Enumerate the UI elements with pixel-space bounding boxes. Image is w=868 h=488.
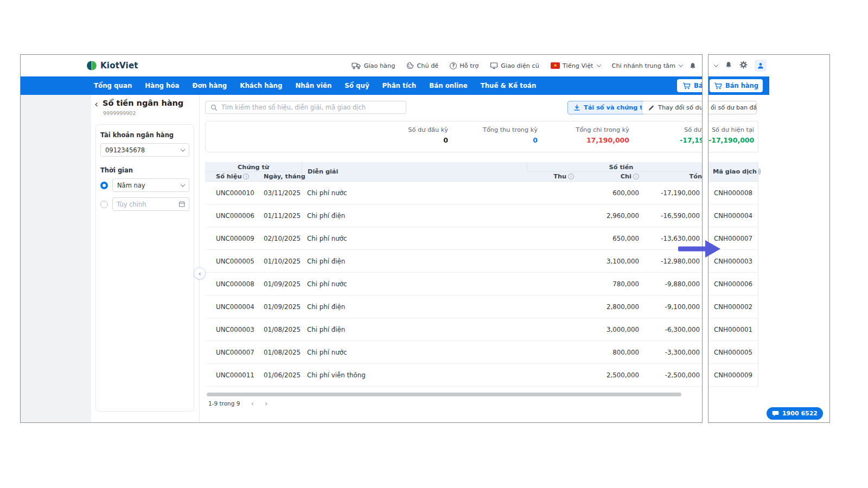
cell-balance: -9,880,000 [643, 280, 703, 288]
cell-code: UNC000005 [205, 258, 258, 265]
cell-transaction-code[interactable]: CNH000002 [709, 296, 758, 318]
table-row[interactable]: UNC00000401/09/2025Chi phí điện2,800,000… [205, 296, 703, 318]
prev-page-button[interactable]: ‹ [251, 400, 254, 407]
time-custom-radio[interactable] [100, 201, 108, 208]
back-button[interactable]: ‹ [94, 99, 98, 109]
menu-language[interactable]: ★ Tiếng Việt [551, 62, 601, 69]
menu-delivery[interactable]: Giao hàng [352, 62, 395, 69]
cell-code: UNC000009 [205, 235, 258, 242]
next-page-button[interactable]: › [265, 400, 268, 407]
table-row[interactable]: UNC00001003/11/2025Chi phí nước600,000-1… [205, 182, 703, 204]
nav-item-6[interactable]: Sổ quỹ [344, 82, 369, 89]
menu-old-ui[interactable]: Giao diện cũ [490, 62, 539, 69]
bank-account-label: Tài khoản ngân hàng [100, 131, 189, 139]
cell-date: 03/11/2025 [258, 189, 302, 197]
time-label: Thời gian [100, 166, 189, 174]
time-custom-input[interactable]: Tùy chỉnh [112, 197, 189, 211]
column-label: Mã giao dịch [713, 168, 757, 175]
column-header-code[interactable]: Số hiệui [216, 172, 249, 182]
nav-item-9[interactable]: Thuế & Kế toán [481, 82, 537, 89]
nav-item-4[interactable]: Khách hàng [240, 82, 282, 89]
user-avatar-button[interactable] [755, 60, 767, 72]
nav-item-5[interactable]: Nhân viên [295, 82, 331, 89]
column-header-date[interactable]: Ngày, tháng [264, 172, 305, 182]
bank-account-select[interactable]: 0912345678 [100, 143, 189, 157]
search-box [205, 101, 406, 114]
time-preset-radio[interactable] [100, 182, 108, 189]
notification-bell-icon[interactable] [689, 62, 697, 72]
sell-button[interactable]: Bán hàng [677, 79, 703, 92]
download-ledger-button[interactable]: Tải sổ và chứng từ [567, 101, 653, 114]
column-header-transaction-code[interactable]: Mã giao dịchi [709, 162, 758, 182]
bank-account-value: 0912345678 [105, 146, 145, 154]
group-header-amount: Số tiền [527, 162, 703, 172]
menu-label: Chi nhánh trung tâm [612, 62, 675, 69]
sell-button-label: Bán hàng [725, 82, 758, 89]
cell-code: UNC000011 [205, 371, 258, 379]
sell-button[interactable]: Bán hàng [710, 79, 763, 92]
chevron-down-icon [181, 182, 185, 187]
header-menu: Giao hàng Chủ đề ? Hỗ trợ Giao diện cũ [352, 55, 682, 76]
column-header-out[interactable]: Chii [578, 172, 643, 182]
table-row[interactable]: UNC00001101/06/2025Chi phí viễn thông2,5… [205, 364, 703, 387]
cell-transaction-code[interactable]: CNH000008 [709, 182, 758, 204]
cell-transaction-code[interactable]: CNH000004 [709, 204, 758, 227]
logo-text: KiotViet [100, 61, 138, 70]
menu-label: Chủ đề [417, 62, 438, 69]
cell-transaction-code[interactable]: CNH000005 [709, 341, 758, 364]
summary-value: 0 [361, 136, 448, 144]
menu-theme[interactable]: Chủ đề [406, 62, 438, 69]
cell-date: 01/06/2025 [258, 371, 302, 379]
nav-items: Tổng quanHàng hóaĐơn hàngKhách hàngNhân … [94, 76, 536, 95]
sell-button-label: Bán hàng [694, 82, 703, 89]
summary-label: Số dư hiện tại [709, 126, 754, 133]
menu-branch[interactable]: Chi nhánh trung tâm [612, 62, 682, 69]
nav-item-2[interactable]: Hàng hóa [145, 82, 179, 89]
column-label: Thu [553, 173, 566, 180]
pencil-icon [648, 104, 655, 111]
table-row[interactable]: UNC00000902/10/2025Chi phí nước650,000-1… [205, 227, 703, 250]
kiotviet-logo[interactable]: KiotViet [86, 55, 138, 76]
summary-value: -17,190,000 [709, 136, 754, 144]
cell-transaction-code[interactable]: CNH000001 [709, 318, 758, 341]
settings-gear-icon[interactable] [739, 61, 748, 71]
horizontal-scrollbar[interactable] [207, 393, 681, 396]
table-row[interactable]: UNC00000701/08/2025Chi phí nước800,000-3… [205, 341, 703, 364]
table-row[interactable]: UNC00000801/09/2025Chi phí nước780,000-9… [205, 273, 703, 296]
cell-desc: Chi phí điện [302, 212, 527, 220]
table-row[interactable]: UNC00000301/08/2025Chi phí điện3,000,000… [205, 318, 703, 341]
notification-bell-icon[interactable] [725, 61, 732, 71]
cell-balance: -6,300,000 [643, 326, 703, 333]
collapse-sidebar-button[interactable]: ‹ [194, 267, 206, 279]
filter-panel: Tài khoản ngân hàng 0912345678 Thời gian… [95, 124, 194, 412]
cell-date: 01/09/2025 [258, 280, 302, 288]
support-chat-button[interactable]: 1900 6522 [767, 407, 823, 420]
download-icon [573, 104, 580, 111]
search-input[interactable] [221, 104, 401, 111]
cell-out: 2,960,000 [578, 212, 643, 220]
cell-transaction-code[interactable]: CNH000006 [709, 273, 758, 296]
cell-date: 01/11/2025 [258, 212, 302, 220]
column-header-balance[interactable]: Tồn [643, 172, 703, 182]
nav-item-7[interactable]: Phân tích [382, 82, 417, 89]
column-header-in[interactable]: Thui [527, 172, 578, 182]
nav-item-1[interactable]: Tổng quan [94, 82, 132, 89]
cell-transaction-code[interactable]: CNH000009 [709, 364, 758, 387]
time-preset-select[interactable]: Năm nay [112, 178, 189, 192]
info-icon: i [568, 174, 574, 179]
table-row[interactable]: UNC00000501/10/2025Chi phí điện3,100,000… [205, 250, 703, 273]
chevron-down-icon [679, 62, 683, 67]
edit-opening-balance-button-fragment[interactable]: ổi số dư ban đầu [709, 101, 757, 114]
nav-item-3[interactable]: Đơn hàng [193, 82, 227, 89]
summary-value: 0 [451, 136, 538, 144]
menu-help[interactable]: ? Hỗ trợ [450, 62, 478, 69]
ledger-table: Chứng từ Diễn giải Số tiền Số hiệui Ngày… [205, 162, 703, 387]
cell-balance: -3,300,000 [643, 349, 703, 356]
nav-item-8[interactable]: Bán online [429, 82, 467, 89]
edit-opening-balance-button[interactable]: Thay đổi số dư ban đầu [642, 101, 703, 114]
group-header-document: Chứng từ [205, 162, 302, 172]
cell-date: 01/09/2025 [258, 303, 302, 311]
table-row[interactable]: UNC00000601/11/2025Chi phí điện2,960,000… [205, 204, 703, 227]
column-header-description: Diễn giải [302, 162, 527, 182]
cell-out: 780,000 [578, 280, 643, 288]
